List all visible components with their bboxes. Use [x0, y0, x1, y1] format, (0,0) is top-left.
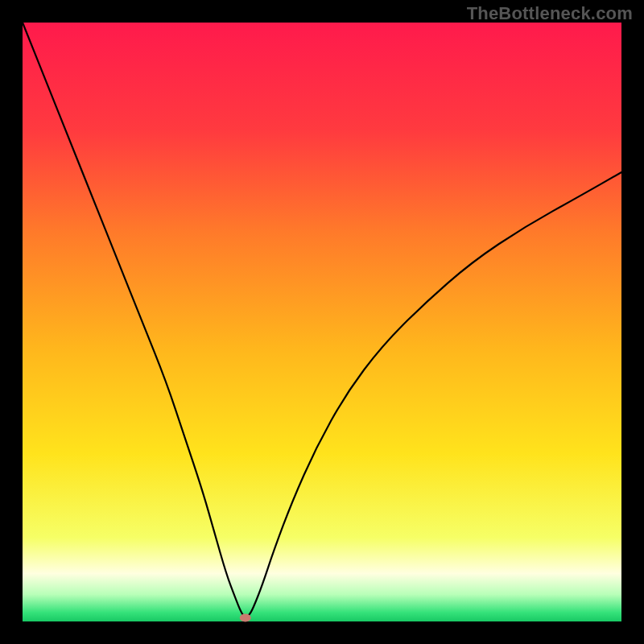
bottleneck-chart: [0, 0, 644, 644]
marker-optimal-point: [240, 614, 251, 622]
chart-container: TheBottleneck.com: [0, 0, 644, 644]
watermark-text: TheBottleneck.com: [467, 3, 633, 24]
plot-background: [23, 23, 621, 621]
